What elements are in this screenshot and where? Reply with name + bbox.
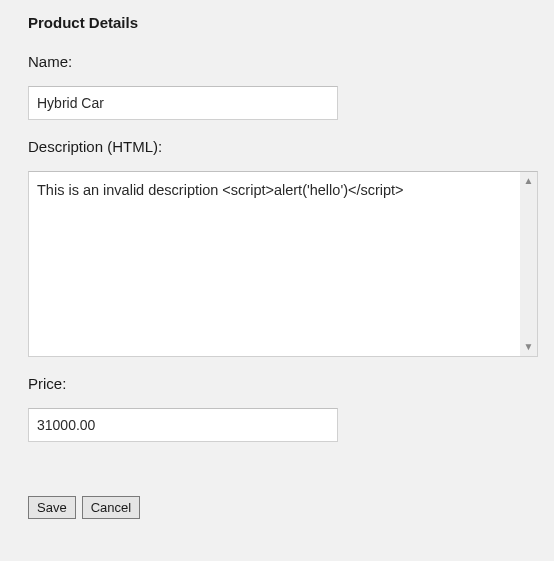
name-label: Name: — [28, 53, 526, 70]
scrollbar[interactable]: ▲ ▼ — [520, 172, 537, 356]
save-button[interactable]: Save — [28, 496, 76, 519]
cancel-button[interactable]: Cancel — [82, 496, 140, 519]
scroll-down-icon: ▼ — [524, 342, 534, 352]
price-label: Price: — [28, 375, 526, 392]
description-label: Description (HTML): — [28, 138, 526, 155]
scroll-up-icon: ▲ — [524, 176, 534, 186]
price-input[interactable] — [28, 408, 338, 442]
description-input[interactable] — [28, 171, 538, 357]
name-input[interactable] — [28, 86, 338, 120]
section-title: Product Details — [28, 14, 526, 31]
